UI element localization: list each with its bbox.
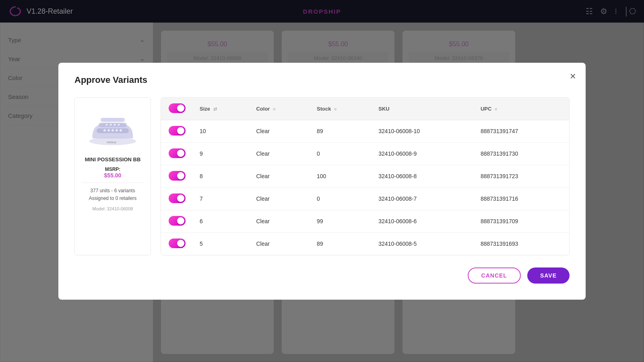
table-row: 8Clear10032410-06008-8888731391723 xyxy=(161,165,569,187)
toggle-track-1 xyxy=(169,148,186,158)
product-units: 377 units - 6 variants xyxy=(89,187,137,195)
header-stock: Stock ≡ xyxy=(310,98,372,120)
toggle-track-5 xyxy=(169,239,186,248)
svg-point-4 xyxy=(103,129,106,132)
modal-close-button[interactable]: × xyxy=(570,71,576,81)
row-3-upc: 888731391716 xyxy=(474,187,569,210)
modal-actions: CANCEL SAVE xyxy=(74,267,570,284)
table-row: 9Clear032410-06008-9888731391730 xyxy=(161,142,569,165)
toggle-track-4 xyxy=(169,216,186,226)
cancel-button[interactable]: CANCEL xyxy=(468,267,521,284)
modal-body: melissa MINI POSSESSION BB MSRP: $55.00 … xyxy=(74,97,570,255)
row-toggle-4[interactable] xyxy=(169,216,186,226)
row-3-size: 7 xyxy=(193,187,250,210)
toggle-thumb-3 xyxy=(177,195,184,202)
row-4-sku: 32410-06008-6 xyxy=(372,210,474,232)
row-5-size: 5 xyxy=(193,232,250,255)
header-toggle[interactable] xyxy=(169,103,186,113)
row-toggle-3[interactable] xyxy=(169,193,186,203)
toggle-track-0 xyxy=(169,126,186,136)
svg-point-9 xyxy=(106,123,108,125)
row-0-stock: 89 xyxy=(310,120,372,142)
save-button[interactable]: SAVE xyxy=(527,267,570,284)
row-1-size: 9 xyxy=(193,142,250,165)
product-meta: 377 units - 6 variants Assigned to 0 ret… xyxy=(89,187,137,202)
row-2-color: Clear xyxy=(250,165,310,187)
toggle-thumb-0 xyxy=(177,127,184,134)
toggle-thumb-2 xyxy=(177,172,184,179)
svg-point-10 xyxy=(110,123,112,125)
row-2-upc: 888731391723 xyxy=(474,165,569,187)
row-4-color: Clear xyxy=(250,210,310,232)
table-row: 7Clear032410-06008-7888731391716 xyxy=(161,187,569,210)
table-row: 5Clear8932410-06008-5888731391693 xyxy=(161,232,569,255)
row-0-color: Clear xyxy=(250,120,310,142)
row-3-toggle-cell xyxy=(161,187,193,210)
variants-data-table: Size ⇄ Color ≡ Stock ≡ xyxy=(161,98,569,255)
svg-point-8 xyxy=(120,129,122,132)
header-color: Color ≡ xyxy=(250,98,310,120)
modal-title: Approve Variants xyxy=(74,75,570,85)
shoe-illustration: melissa xyxy=(85,108,141,148)
modal-overlay: Approve Variants × xyxy=(0,0,644,362)
row-4-upc: 888731391709 xyxy=(474,210,569,232)
product-assigned: Assigned to 0 retailers xyxy=(89,195,137,202)
product-msrp-value: $55.00 xyxy=(104,172,122,179)
row-4-toggle-cell xyxy=(161,210,193,232)
toggle-track-2 xyxy=(169,171,186,181)
row-4-stock: 99 xyxy=(310,210,372,232)
svg-point-11 xyxy=(114,123,116,125)
header-upc: UPC ≡ xyxy=(474,98,569,120)
product-msrp-label: MSRP: xyxy=(104,167,122,172)
row-1-upc: 888731391730 xyxy=(474,142,569,165)
toggle-track-3 xyxy=(169,193,186,203)
svg-rect-2 xyxy=(99,123,127,127)
row-5-toggle-cell xyxy=(161,232,193,255)
product-name: MINI POSSESSION BB xyxy=(85,156,141,162)
row-5-color: Clear xyxy=(250,232,310,255)
color-filter-icon: ≡ xyxy=(273,107,275,111)
row-0-upc: 888731391747 xyxy=(474,120,569,142)
row-3-sku: 32410-06008-7 xyxy=(372,187,474,210)
toggle-thumb-5 xyxy=(177,240,184,247)
row-2-sku: 32410-06008-8 xyxy=(372,165,474,187)
row-toggle-2[interactable] xyxy=(169,171,186,181)
variants-table: Size ⇄ Color ≡ Stock ≡ xyxy=(161,97,570,255)
svg-point-6 xyxy=(111,129,114,132)
upc-filter-icon: ≡ xyxy=(495,107,497,111)
header-toggle-col xyxy=(161,98,193,120)
header-toggle-thumb xyxy=(177,105,184,112)
row-toggle-1[interactable] xyxy=(169,148,186,158)
row-1-toggle-cell xyxy=(161,142,193,165)
stock-filter-icon: ≡ xyxy=(334,107,336,111)
row-0-sku: 32410-06008-10 xyxy=(372,120,474,142)
row-1-stock: 0 xyxy=(310,142,372,165)
row-1-sku: 32410-06008-9 xyxy=(372,142,474,165)
product-info-panel: melissa MINI POSSESSION BB MSRP: $55.00 … xyxy=(74,97,151,255)
toggle-thumb-1 xyxy=(177,150,184,157)
row-toggle-0[interactable] xyxy=(169,126,186,136)
row-2-size: 8 xyxy=(193,165,250,187)
product-image: melissa xyxy=(83,104,143,152)
product-model: Model: 32410-06008 xyxy=(93,206,133,211)
row-5-upc: 888731391693 xyxy=(474,232,569,255)
size-filter-icon: ⇄ xyxy=(213,107,217,111)
row-5-sku: 32410-06008-5 xyxy=(372,232,474,255)
row-3-color: Clear xyxy=(250,187,310,210)
table-header-row: Size ⇄ Color ≡ Stock ≡ xyxy=(161,98,569,120)
table-row: 10Clear8932410-06008-10888731391747 xyxy=(161,120,569,142)
toggle-thumb-4 xyxy=(177,217,184,224)
product-divider xyxy=(81,183,144,183)
row-0-size: 10 xyxy=(193,120,250,142)
variants-tbody: 10Clear8932410-06008-10888731391747 9Cle… xyxy=(161,120,569,255)
table-row: 6Clear9932410-06008-6888731391709 xyxy=(161,210,569,232)
row-4-size: 6 xyxy=(193,210,250,232)
row-0-toggle-cell xyxy=(161,120,193,142)
header-size: Size ⇄ xyxy=(193,98,250,120)
row-5-stock: 89 xyxy=(310,232,372,255)
row-2-toggle-cell xyxy=(161,165,193,187)
row-toggle-5[interactable] xyxy=(169,239,186,248)
row-2-stock: 100 xyxy=(310,165,372,187)
header-toggle-track xyxy=(169,103,186,113)
approve-variants-modal: Approve Variants × xyxy=(58,63,586,300)
